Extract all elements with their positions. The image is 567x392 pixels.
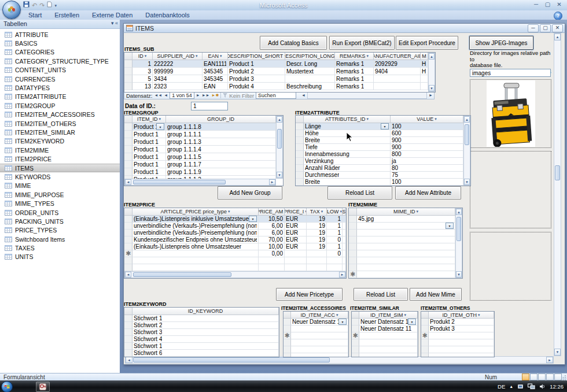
datasheet-vertical-scrollbar[interactable]: ▲▼	[428, 53, 435, 92]
cell[interactable]: 19	[307, 216, 327, 223]
row-selector[interactable]	[124, 131, 132, 138]
scroll-up-icon[interactable]: ▲	[464, 116, 470, 123]
cell[interactable]	[307, 264, 327, 271]
select-all-corner[interactable]	[296, 116, 304, 123]
cell[interactable]: 600	[391, 130, 463, 137]
cell[interactable]: EUR	[285, 230, 307, 236]
cell[interactable]: 222222	[153, 60, 203, 68]
navigation-pane-header[interactable]: Tabellen ▾ «	[0, 20, 120, 29]
combo-dropdown-button[interactable]: ▾	[156, 123, 164, 130]
sidebar-item-taxes[interactable]: TAXES	[0, 243, 120, 252]
cell[interactable]: group 1.1.1.9	[166, 168, 276, 176]
redo-icon[interactable]: ↷	[39, 2, 45, 9]
select-all-corner[interactable]	[349, 208, 357, 216]
cell[interactable]: group 1.1.1.3	[166, 138, 276, 146]
sidebar-item-order_units[interactable]: ORDER_UNITS	[0, 208, 120, 217]
sort-dropdown-icon[interactable]: ▾	[220, 54, 222, 58]
cell[interactable]	[327, 257, 343, 264]
taskbar-access-button[interactable]	[36, 382, 50, 392]
start-button[interactable]	[1, 381, 13, 392]
nav-pane-menu-icon[interactable]: ▾	[111, 20, 114, 26]
column-header-m[interactable]: M	[421, 53, 428, 60]
save-icon[interactable]	[23, 1, 30, 9]
cell[interactable]: 19	[307, 236, 327, 243]
record-position-box[interactable]: 1 von 54	[170, 92, 194, 99]
cell[interactable]	[343, 230, 346, 236]
tab-start[interactable]: Start	[22, 10, 48, 20]
cell[interactable]: Tiefe	[304, 144, 391, 151]
row-selector[interactable]	[296, 158, 304, 165]
column-header-description-long[interactable]: DESCRIPTION_LONG▾	[285, 53, 335, 60]
row-selector[interactable]	[284, 346, 291, 353]
row-selector[interactable]	[349, 223, 357, 230]
cell[interactable]	[359, 332, 418, 339]
scroll-down-icon[interactable]: ▼	[554, 349, 561, 356]
cell[interactable]	[291, 326, 348, 332]
cell[interactable]: Product 1	[132, 131, 166, 138]
cell[interactable]	[343, 250, 346, 257]
cell[interactable]	[359, 346, 418, 353]
scroll-left-icon[interactable]: ◄	[126, 357, 132, 363]
cell[interactable]	[421, 75, 428, 83]
row-selector[interactable]	[349, 243, 357, 250]
app-minimize-button[interactable]: ─	[531, 1, 542, 9]
cell[interactable]: 70,00	[259, 236, 285, 243]
cell[interactable]: EUR	[285, 236, 307, 243]
language-indicator[interactable]: DE	[498, 383, 505, 390]
cell[interactable]: 10,50	[259, 216, 285, 223]
sort-dropdown-icon[interactable]: ▾	[478, 313, 480, 317]
row-selector[interactable]	[124, 350, 132, 357]
first-record-button[interactable]: ◄◄	[154, 93, 162, 98]
cell[interactable]	[357, 243, 455, 250]
row-selector[interactable]	[124, 153, 132, 161]
row-selector[interactable]	[284, 319, 291, 326]
datasheet-view-button[interactable]	[530, 373, 537, 380]
row-selector[interactable]	[124, 223, 132, 230]
row-selector[interactable]	[124, 236, 132, 243]
row-selector[interactable]	[421, 339, 429, 346]
cell[interactable]: EAN111111	[203, 60, 228, 68]
cell[interactable]: 6,00	[259, 230, 285, 236]
cell[interactable]: 2323	[153, 83, 203, 90]
cell[interactable]: 0	[327, 236, 343, 243]
sort-dropdown-icon[interactable]: ▾	[366, 117, 369, 121]
cell[interactable]: Produkt 3	[429, 326, 494, 332]
cell[interactable]: Beschreibung	[285, 83, 335, 90]
cell[interactable]: Descr. Long	[285, 60, 335, 68]
cell[interactable]	[291, 353, 348, 357]
cell[interactable]: Stichwort 1	[132, 315, 279, 322]
column-header-attributes-id[interactable]: ATTRIBUTES_ID▾	[304, 116, 391, 123]
cell[interactable]: group 1.1.1.5	[166, 153, 276, 161]
sort-dropdown-icon[interactable]: ▾	[145, 54, 147, 58]
cell[interactable]	[259, 264, 285, 271]
row-selector[interactable]	[124, 123, 132, 131]
scroll-up-icon[interactable]: ▲	[429, 53, 435, 60]
row-selector[interactable]	[124, 336, 132, 343]
select-all-corner[interactable]	[124, 116, 132, 123]
row-selector[interactable]: ✱	[352, 332, 359, 339]
sort-dropdown-icon[interactable]: ▾	[404, 313, 407, 317]
combo-dropdown-button[interactable]: ▾	[249, 216, 257, 222]
cell[interactable]	[429, 346, 494, 353]
select-all-corner[interactable]	[352, 312, 359, 319]
form-maximize-button[interactable]: ▢	[540, 24, 551, 32]
sort-dropdown-icon[interactable]: ▾	[159, 117, 161, 121]
reload-list-button-2[interactable]: Reload List	[354, 288, 408, 301]
sidebar-item-item2price[interactable]: ITEM2PRICE	[0, 154, 120, 163]
cell[interactable]: Remarks 1	[335, 75, 374, 83]
cell[interactable]: 900	[391, 144, 463, 151]
run-export-button[interactable]: Run Export (BMECat2)	[329, 36, 395, 50]
new-record-button[interactable]: ►✱	[212, 93, 219, 98]
cell[interactable]	[429, 332, 494, 339]
data-of-id-input[interactable]: 1	[191, 102, 228, 110]
sidebar-item-mime_types[interactable]: MIME_TYPES	[0, 199, 120, 208]
help-button[interactable]: ?	[554, 12, 562, 20]
row-selector[interactable]	[124, 146, 132, 153]
scroll-right-icon[interactable]: ►	[339, 272, 345, 278]
row-selector[interactable]	[124, 264, 132, 271]
row-selector[interactable]	[124, 343, 132, 350]
tab-erstellen[interactable]: Erstellen	[48, 10, 86, 20]
tab-datenbanktools[interactable]: Datenbanktools	[139, 10, 196, 20]
sidebar-item-category_structure_type[interactable]: CATEGORY_STRUCTURE_TYPE	[0, 57, 120, 65]
row-selector[interactable]	[352, 339, 359, 346]
